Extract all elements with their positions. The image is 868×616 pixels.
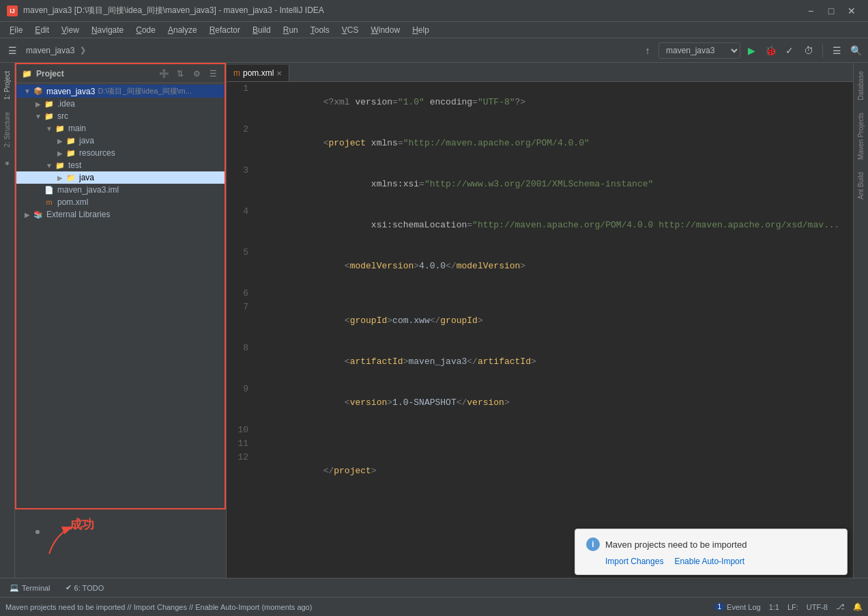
project-header-label: Project [36,69,154,79]
app-icon: IJ [7,5,18,16]
menu-navigate[interactable]: Navigate [86,24,129,36]
editor-content[interactable]: 1 <?xml version="1.0" encoding="UTF-8"?>… [227,82,853,578]
code-line-1: 1 <?xml version="1.0" encoding="UTF-8"?> [227,82,853,123]
window-title: maven_java3 [D:\项目_间接\idea_间接\maven_java… [23,5,796,16]
tree-item-src[interactable]: ▼ 📁 src [16,110,225,122]
sync-button[interactable]: ⇅ [174,68,186,80]
line-num-10: 10 [227,423,254,437]
menu-build[interactable]: Build [247,24,276,36]
add-button[interactable]: ➕ [158,68,170,80]
success-annotation: 成功 [70,516,94,533]
tree-item-idea[interactable]: ▶ 📁 .idea [16,98,225,110]
search-everywhere-button[interactable]: 🔍 [848,42,864,59]
line-content-4: xsi:schemaLocation="http://maven.apache.… [254,205,839,246]
pom-tab-icon: m [233,68,240,78]
line-num-5: 5 [227,246,254,287]
tree-item-ext-libs-label: External Libraries [46,210,110,219]
menu-window[interactable]: Window [365,24,405,36]
sidebar-item-structure[interactable]: 2: Structure [1,107,13,153]
event-log-button[interactable]: 1 Event Log [714,603,761,611]
lf-indicator[interactable]: LF: [787,603,798,611]
sidebar-item-favorites[interactable]: ★ [1,154,13,173]
menu-edit[interactable]: Edit [29,24,55,36]
line-content-2: <project xmlns="http://maven.apache.org/… [254,123,590,164]
tree-item-iml-label: maven_java3.iml [57,185,119,195]
toolbar-separator [822,44,823,57]
tree-item-main[interactable]: ▼ 📁 main [16,122,225,135]
java-test-folder-icon: 📁 [66,173,76,182]
close-button[interactable]: ✕ [842,3,861,18]
toolbar-menu-button[interactable]: ☰ [4,42,20,59]
enable-auto-import-link[interactable]: Enable Auto-Import [674,557,744,566]
menu-run[interactable]: Run [278,24,304,36]
run-button[interactable]: ▶ [743,42,760,59]
line-content-3: xmlns:xsi="http://www.w3.org/2001/XMLSch… [254,164,653,205]
line-num-3: 3 [227,164,254,205]
terminal-tab[interactable]: 💻 Terminal [3,582,57,593]
import-changes-link[interactable]: Import Changes [605,557,663,566]
sidebar-item-maven[interactable]: Maven Projects [855,107,867,165]
iml-file-icon: 📄 [44,185,55,195]
resources-folder-icon: 📁 [66,148,76,158]
coverage-button[interactable]: ✓ [781,42,798,59]
tree-item-external-libs[interactable]: ▶ 📚 External Libraries [16,208,225,221]
sidebar-item-database[interactable]: Database [855,66,867,106]
main-folder-icon: 📁 [55,124,66,133]
sidebar-item-ant[interactable]: Ant Build [855,167,867,205]
project-breadcrumb: maven_java3 [23,46,77,55]
line-num-7: 7 [227,300,254,341]
settings-button[interactable]: ⚙ [190,68,203,80]
tree-item-test[interactable]: ▼ 📁 test [16,159,225,171]
debug-button[interactable]: 🐞 [762,42,779,59]
expand-arrow: ▼ [22,87,33,95]
breadcrumb-sep: ❯ [80,46,86,55]
left-sidebar-tabs: 1: Project 2: Structure ★ [0,63,15,578]
layout-button[interactable]: ☰ [828,42,845,59]
menu-vcs[interactable]: VCS [336,24,364,36]
tree-item-iml[interactable]: 📄 maven_java3.iml [16,184,225,196]
line-content-10 [254,423,259,437]
menu-tools[interactable]: Tools [305,24,335,36]
menu-view[interactable]: View [56,24,85,36]
layout-options-button[interactable]: ☰ [207,68,219,80]
toolbar: ☰ maven_java3 ❯ ↑ maven_java3 ▶ 🐞 ✓ ⏱ ☰ … [0,38,868,63]
expand-arrow: ▶ [22,211,33,219]
encoding-indicator[interactable]: UTF-8 [807,603,828,611]
code-line-12: 12 </project> [227,451,853,492]
right-sidebar: Database Maven Projects Ant Build [853,63,868,578]
tree-item-resources[interactable]: ▶ 📁 resources [16,147,225,159]
toolbar-commit-button[interactable]: ↑ [639,42,656,59]
profiler-button[interactable]: ⏱ [800,42,817,59]
toolbar-right: ↑ maven_java3 ▶ 🐞 ✓ ⏱ ☰ 🔍 [639,42,864,59]
tree-item-label: .idea [57,99,75,109]
menu-analyze[interactable]: Analyze [162,24,203,36]
menu-file[interactable]: File [4,24,28,36]
sidebar-item-project[interactable]: 1: Project [1,66,13,105]
menu-help[interactable]: Help [407,24,435,36]
main-container: IJ maven_java3 [D:\项目_间接\idea_间接\maven_j… [0,0,868,616]
editor-wrapper: 1: Project 2: Structure ★ 📁 Project ➕ ⇅ … [0,63,868,578]
run-config-dropdown[interactable]: maven_java3 [659,42,740,59]
notifications-icon[interactable]: 🔔 [853,602,863,611]
menu-code[interactable]: Code [130,24,161,36]
tree-item-test-label: test [68,160,81,170]
tab-close-button[interactable]: ✕ [276,70,282,77]
tree-item-pom[interactable]: m pom.xml [16,196,225,208]
libs-icon: 📚 [33,210,44,219]
terminal-label: Terminal [22,584,50,592]
line-col-indicator[interactable]: 1:1 [769,603,779,611]
editor-tab-label: pom.xml [243,68,274,78]
titlebar: IJ maven_java3 [D:\项目_间接\idea_间接\maven_j… [0,0,868,22]
folder-icon: 📁 [22,69,32,79]
tree-item-root[interactable]: ▼ 📦 maven_java3 D:\项目_间接\idea_间接\m... [16,85,225,98]
maximize-button[interactable]: □ [822,3,841,18]
editor-tab-pom[interactable]: m pom.xml ✕ [227,65,289,81]
status-text: Maven projects need to be imported // Im… [5,603,312,611]
maven-popup: i Maven projects need to be imported Imp… [575,529,848,575]
tree-item-java-main[interactable]: ▶ 📁 java [16,135,225,147]
tree-item-main-label: main [68,124,86,133]
minimize-button[interactable]: − [801,3,820,18]
menu-refactor[interactable]: Refactor [204,24,246,36]
todo-tab[interactable]: ✔ 6: TODO [59,582,111,593]
tree-item-java-test[interactable]: ▶ 📁 java [16,171,225,184]
